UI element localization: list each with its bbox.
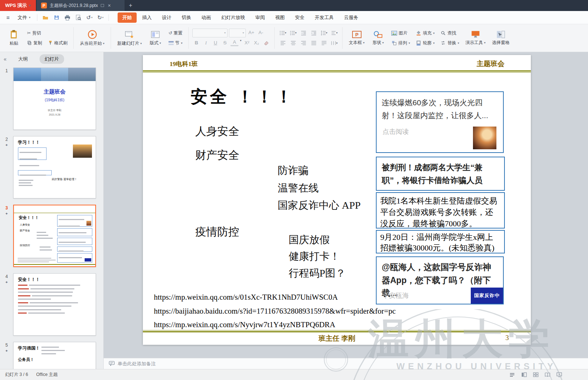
tab-slides-pane[interactable]: 幻灯片	[40, 54, 64, 64]
news-box-antifraud-app[interactable]: @瓯海人，这款国字号反诈神器App，您下载了吗？（附下载... 平安瓯海 国家反…	[376, 256, 504, 304]
save-button[interactable]	[52, 14, 61, 22]
numbered-list-button[interactable]: ▾	[289, 29, 297, 37]
font-size-select[interactable]: ▾	[229, 29, 246, 37]
link-3[interactable]: https://mp.weixin.qq.com/s/Nyvjrw7t1Y4yz…	[154, 320, 335, 329]
open-folder-button[interactable]	[41, 14, 50, 22]
tab-devtools[interactable]: 开发工具	[310, 12, 339, 23]
layout-button[interactable]: 版式▾	[146, 26, 165, 50]
tab-insert[interactable]: 插入	[137, 12, 156, 23]
slide-header-right[interactable]: 主题班会	[477, 59, 504, 69]
italic-button[interactable]: I	[202, 39, 210, 47]
slide-title[interactable]: 安全 ！！！	[191, 85, 295, 108]
slideshow-button[interactable]	[556, 372, 562, 378]
news-box-explosion[interactable]: 连续爆燃60多次，现场火光四射！这段屋内监控，让很多人... 点击阅读	[376, 91, 504, 153]
link-2[interactable]: https://baijiahao.baidu.com/s?id=1711676…	[154, 307, 396, 316]
fill-button[interactable]: 填充▾	[414, 29, 437, 37]
align-right-button[interactable]	[299, 39, 308, 48]
arrange-button[interactable]: 排列▾	[389, 39, 412, 47]
picture-button[interactable]: 图片	[389, 29, 412, 37]
reading-view-button[interactable]	[544, 372, 551, 378]
tab-home[interactable]: 开始	[118, 12, 137, 23]
hamburger-icon[interactable]: ≡	[4, 14, 12, 22]
tab-view[interactable]: 视图	[270, 12, 289, 23]
copy-button[interactable]: 复制	[25, 39, 44, 47]
sub-item-police-online[interactable]: 温警在线	[278, 181, 319, 195]
subscript-button[interactable]: X₂	[252, 39, 260, 47]
new-tab-button[interactable]: +	[125, 0, 137, 11]
tab-close-icon[interactable]: ×	[107, 3, 111, 8]
redo-button[interactable]: ↻▾	[96, 14, 105, 22]
link-1[interactable]: https://mp.weixin.qq.com/s/01sXc-TRK1NhD…	[154, 293, 338, 302]
normal-view-button[interactable]	[521, 372, 527, 378]
increase-font-button[interactable]: A+	[247, 29, 255, 37]
format-painter-button[interactable]: 格式刷	[46, 39, 70, 47]
text-direction-button[interactable]: ▾	[330, 29, 339, 37]
news-box-sentenced[interactable]: 被判刑！成都两名大学生“兼职”，将银行卡借给诈骗人员	[376, 157, 505, 191]
tab-cloud[interactable]: 云服务	[339, 12, 363, 23]
shapes-button[interactable]: 形状▾	[369, 26, 388, 50]
undo-button[interactable]: ↺▾	[85, 14, 94, 22]
tab-transition[interactable]: 切换	[177, 12, 196, 23]
sub-item-anti-fraud[interactable]: 防诈骗	[278, 164, 308, 178]
increase-indent-button[interactable]	[309, 29, 318, 37]
underline-button[interactable]: U	[211, 39, 219, 47]
document-tab[interactable]: P 主题班会-2021.9.28.pptx ×	[37, 0, 125, 11]
play-from-current-button[interactable]: 从当前开始▾	[77, 26, 107, 50]
item-epidemic-control[interactable]: 疫情防控	[195, 224, 239, 240]
slide-thumbnail-4[interactable]: 安全！！！	[13, 273, 96, 336]
tab-pin-icon[interactable]	[101, 4, 104, 7]
slide-thumbnail-5[interactable]: 学习强国！ 公务员！	[13, 342, 96, 369]
slide-editor[interactable]: 19电科1班 主题班会 安全 ！！！ 人身安全 财产安全 疫情防控 防诈骗 温警…	[143, 55, 531, 345]
decrease-font-button[interactable]: A-	[257, 29, 265, 37]
theme-name[interactable]: Office 主题	[36, 372, 58, 378]
slide-thumbnail-1[interactable]: 主题班会 (19电科1班) 班主任 李刚 2021.9.28	[13, 67, 96, 130]
find-button[interactable]: 查找	[438, 29, 461, 37]
bullet-list-button[interactable]: ▾	[278, 29, 287, 37]
sub-item-travel-code[interactable]: 行程码P图？	[289, 266, 346, 280]
align-center-button[interactable]	[289, 39, 297, 48]
notes-toggle-button[interactable]	[509, 372, 515, 378]
item-personal-safety[interactable]: 人身安全	[195, 124, 239, 139]
file-menu-button[interactable]: 文件 ▾	[15, 13, 33, 22]
justify-button[interactable]	[309, 39, 318, 48]
superscript-button[interactable]: X²	[243, 39, 251, 47]
selection-pane-button[interactable]: 选择窗格	[489, 26, 512, 50]
item-property-safety[interactable]: 财产安全	[195, 148, 239, 163]
slide-footer-text[interactable]: 班主任 李刚	[143, 334, 531, 343]
font-name-select[interactable]: ▾	[192, 29, 228, 37]
news1-read-link[interactable]: 点击阅读	[382, 127, 409, 136]
distribute-button[interactable]	[319, 39, 328, 48]
align-left-button[interactable]	[278, 39, 287, 48]
decrease-indent-button[interactable]	[299, 29, 308, 37]
slide-canvas[interactable]: 19电科1班 主题班会 安全 ！！！ 人身安全 财产安全 疫情防控 防诈骗 温警…	[104, 52, 588, 358]
print-preview-button[interactable]	[74, 14, 83, 22]
tab-design[interactable]: 设计	[157, 12, 176, 23]
tab-security[interactable]: 安全	[290, 12, 309, 23]
sub-item-health-checkin[interactable]: 健康打卡！	[289, 249, 340, 263]
replace-button[interactable]: 替换▾	[438, 39, 461, 47]
thumbnail-list[interactable]: 1 主题班会 (19电科1班) 班主任 李刚 2021.9.28 2 ✦	[0, 66, 103, 369]
tab-slideshow[interactable]: 幻灯片放映	[217, 12, 250, 23]
tab-review[interactable]: 审阅	[251, 12, 270, 23]
news-box-sept20-scam[interactable]: 9月20日：温州商学院学生x网上招嫖被骗30000元。(未知悉验真)	[376, 230, 505, 253]
cut-button[interactable]: ✂剪切	[25, 29, 43, 37]
strikethrough-button[interactable]: S	[221, 39, 229, 47]
sub-item-national-day[interactable]: 国庆放假	[289, 233, 330, 247]
textbox-button[interactable]: P 文本框▾	[346, 26, 367, 50]
columns-button[interactable]: ▾	[330, 39, 339, 48]
wps-app-tab[interactable]: WPS 演示 ▾	[0, 0, 36, 11]
paste-button[interactable]: 粘贴	[4, 26, 23, 50]
sub-item-anti-fraud-app[interactable]: 国家反诈中心 APP	[278, 198, 360, 212]
clear-format-button[interactable]	[262, 39, 271, 48]
presentation-tools-button[interactable]: 演示工具▾	[463, 26, 488, 50]
reset-button[interactable]: ↺重置	[166, 29, 185, 37]
print-button[interactable]	[63, 14, 72, 22]
bold-button[interactable]: B	[192, 39, 200, 47]
font-color-button[interactable]: A	[230, 39, 238, 46]
notes-bar[interactable]: 单击此处添加备注	[104, 358, 588, 369]
slide-header-left[interactable]: 19电科1班	[170, 60, 198, 68]
line-spacing-button[interactable]: ▾	[319, 29, 328, 37]
news-box-game-scam[interactable]: 我院1名本科生新生登陆虚假交易平台交易游戏账号多次转账，还没反应，最终被骗700…	[376, 192, 505, 229]
collapse-panel-icon[interactable]: «	[4, 56, 7, 62]
slide-sorter-button[interactable]	[532, 372, 539, 378]
